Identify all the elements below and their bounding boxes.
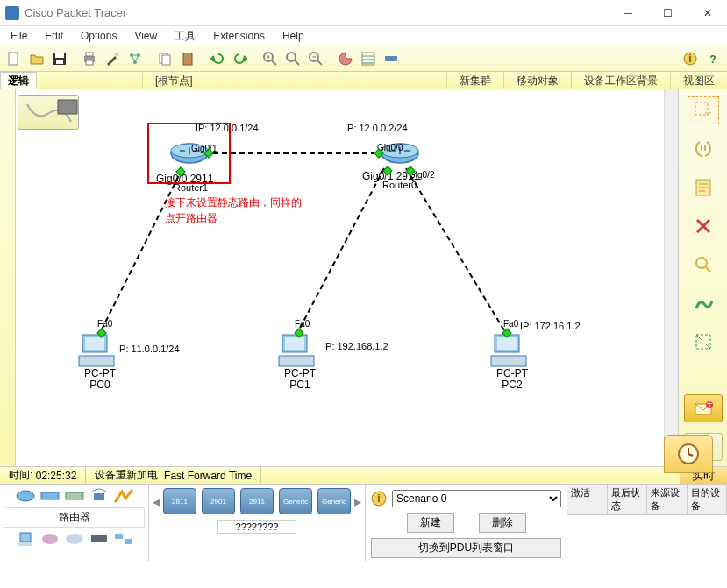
menu-tools[interactable]: 工具 xyxy=(167,27,203,46)
root-breadcrumb[interactable]: [根节点] xyxy=(142,72,205,89)
navigation-thumbnail[interactable] xyxy=(18,95,79,130)
tools-panel: + xyxy=(678,89,727,466)
pdu-col-status: 最后状态 xyxy=(608,485,648,514)
workspace-bg-button[interactable]: 设备工作区背景 xyxy=(571,72,670,89)
app-icon xyxy=(5,6,19,20)
network-button[interactable] xyxy=(125,48,146,69)
category-label: 路由器 xyxy=(4,507,145,528)
resize-tool[interactable] xyxy=(688,328,719,356)
device-2911[interactable]: 2911 xyxy=(240,488,274,514)
save-button[interactable] xyxy=(49,48,70,69)
cat-connections-icon[interactable] xyxy=(113,488,134,504)
toggle-pdu-list-button[interactable]: 切换到PDU列表窗口 xyxy=(371,538,561,558)
svg-point-7 xyxy=(115,53,118,56)
print-button[interactable] xyxy=(79,48,100,69)
svg-rect-5 xyxy=(86,53,93,56)
menu-file[interactable]: File xyxy=(4,28,34,44)
svg-rect-12 xyxy=(162,55,170,65)
grid-button[interactable] xyxy=(358,48,379,69)
cat-multi-icon[interactable] xyxy=(113,531,134,547)
close-button[interactable]: ✕ xyxy=(688,0,727,26)
device-categories: 路由器 xyxy=(0,485,149,561)
topology-canvas[interactable]: 接下来设置静态路由，同样的 点开路由器 IP: 12.0.0.1/24 Gig0… xyxy=(16,89,664,466)
pc2-port: Fa0 xyxy=(503,319,518,329)
cat-custom-icon[interactable] xyxy=(89,531,110,547)
pc0-device[interactable] xyxy=(77,333,116,368)
svg-point-67 xyxy=(17,491,34,501)
undo-button[interactable] xyxy=(207,48,228,69)
device-button[interactable] xyxy=(381,48,402,69)
pc0-port: Fa0 xyxy=(97,319,112,329)
simple-pdu-tool[interactable]: + xyxy=(684,394,723,422)
redo-button[interactable] xyxy=(230,48,251,69)
menu-help[interactable]: Help xyxy=(275,28,311,44)
scenario-delete-button[interactable]: 删除 xyxy=(479,513,526,533)
svg-point-73 xyxy=(42,534,58,544)
logical-tab[interactable]: 逻辑 xyxy=(0,72,37,89)
pc1-port: Fa0 xyxy=(295,319,310,329)
move-tool[interactable] xyxy=(688,135,719,163)
draw-tool[interactable] xyxy=(688,289,719,317)
cat-end-icon[interactable] xyxy=(15,531,36,547)
palette-button[interactable] xyxy=(335,48,356,69)
scenario-select[interactable]: Scenario 0 xyxy=(392,490,561,507)
device-2811[interactable]: 2811 xyxy=(163,488,196,514)
new-cluster-button[interactable]: 新集群 xyxy=(446,72,503,89)
pc2-ip: IP: 172.16.1.2 xyxy=(520,321,581,331)
minimize-button[interactable]: ─ xyxy=(609,0,648,26)
copy-button[interactable] xyxy=(154,48,175,69)
sim-time: 时间: 02:25:32 xyxy=(0,467,86,484)
wizard-button[interactable] xyxy=(102,48,123,69)
router0-ip: IP: 12.0.0.2/24 xyxy=(345,123,408,133)
cat-hubs-icon[interactable] xyxy=(64,488,85,504)
scroll-right-icon[interactable]: ▸ xyxy=(354,493,361,510)
move-object-button[interactable]: 移动对象 xyxy=(503,72,571,89)
cat-security-icon[interactable] xyxy=(39,531,61,547)
scroll-left-icon[interactable]: ◂ xyxy=(153,493,160,510)
paste-button[interactable] xyxy=(177,48,198,69)
device-generic2[interactable]: Generic xyxy=(317,488,351,514)
svg-rect-41 xyxy=(85,337,104,350)
cat-wireless-icon[interactable] xyxy=(89,488,110,504)
svg-text:i: i xyxy=(688,53,691,65)
inspect-tool[interactable] xyxy=(688,251,719,279)
pc1-device[interactable] xyxy=(277,333,316,368)
cat-wan-icon[interactable] xyxy=(64,531,85,547)
select-tool[interactable] xyxy=(688,96,719,124)
menu-edit[interactable]: Edit xyxy=(38,28,70,44)
power-cycle-button[interactable]: 设备重新加电 Fast Forward Time xyxy=(86,467,261,484)
zoom-reset-button[interactable] xyxy=(282,48,303,69)
info-button[interactable]: i xyxy=(680,48,701,69)
help-button[interactable]: ? xyxy=(702,48,723,69)
new-file-button[interactable] xyxy=(4,48,25,69)
svg-rect-6 xyxy=(86,60,93,65)
menu-extensions[interactable]: Extensions xyxy=(206,28,272,44)
svg-line-20 xyxy=(295,60,299,65)
open-file-button[interactable] xyxy=(26,48,47,69)
device-generic1[interactable]: Generic xyxy=(279,488,312,514)
scenario-new-button[interactable]: 新建 xyxy=(407,513,454,533)
pdu-col-fire: 激活 xyxy=(567,485,608,514)
cat-switches-icon[interactable] xyxy=(39,488,61,504)
pc2-device[interactable] xyxy=(489,333,528,368)
svg-rect-63 xyxy=(58,100,77,114)
viewport-button[interactable]: 视图区 xyxy=(670,72,727,89)
vertical-scrollbar[interactable] xyxy=(664,89,678,466)
svg-line-22 xyxy=(317,60,322,65)
menu-view[interactable]: View xyxy=(127,28,164,44)
maximize-button[interactable]: ☐ xyxy=(648,0,688,26)
menubar: File Edit Options View 工具 Extensions Hel… xyxy=(0,26,727,46)
scenario-panel: i Scenario 0 新建 删除 切换到PDU列表窗口 xyxy=(366,485,567,561)
router0-label: Router0 xyxy=(382,180,417,190)
svg-rect-75 xyxy=(91,535,107,542)
realtime-badge[interactable] xyxy=(664,435,713,473)
device-2901[interactable]: 2901 xyxy=(202,488,235,514)
pdu-col-source: 来源设备 xyxy=(647,485,688,514)
zoom-out-button[interactable] xyxy=(305,48,326,69)
pc0-label: PC-PTPC0 xyxy=(84,368,116,391)
delete-tool[interactable] xyxy=(688,212,719,240)
zoom-in-button[interactable] xyxy=(260,48,281,69)
note-tool[interactable] xyxy=(688,174,719,202)
menu-options[interactable]: Options xyxy=(74,28,124,44)
cat-routers-icon[interactable] xyxy=(15,488,36,504)
